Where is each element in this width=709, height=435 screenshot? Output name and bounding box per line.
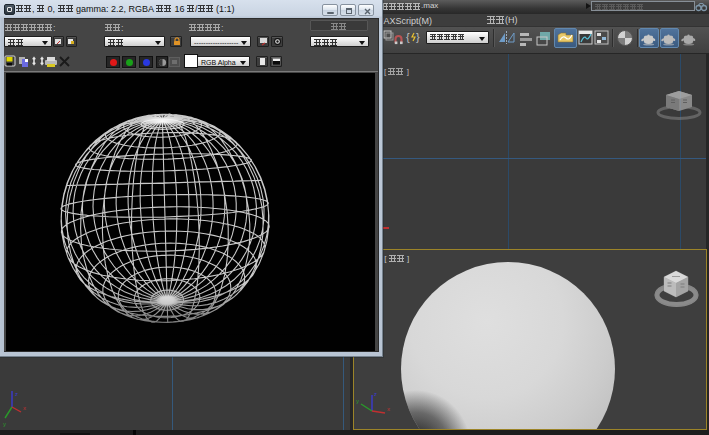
- svg-text:y: y: [3, 421, 6, 427]
- svg-text:{: {: [406, 31, 410, 43]
- svg-text:x: x: [387, 406, 390, 412]
- svg-text:y: y: [356, 398, 359, 404]
- svg-text:z: z: [15, 391, 18, 397]
- svg-text:}: }: [416, 31, 420, 43]
- svg-text:z: z: [374, 391, 377, 397]
- svg-text:x: x: [23, 405, 26, 411]
